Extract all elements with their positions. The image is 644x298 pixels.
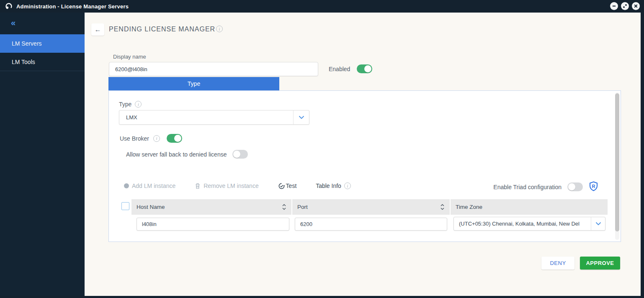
- type-field-label: Type: [119, 101, 131, 108]
- close-button[interactable]: [632, 2, 640, 10]
- use-broker-label: Use Broker: [120, 135, 149, 142]
- tab-bar: Type: [108, 77, 620, 90]
- window-title: Administration - License Manager Servers: [16, 3, 129, 10]
- main-content: ← PENDING LICENSE MANAGER i Display name…: [85, 13, 641, 296]
- sidebar-item-lm-servers[interactable]: LM Servers: [0, 34, 85, 53]
- use-broker-toggle[interactable]: [167, 134, 182, 143]
- panel-scrollbar: [615, 92, 619, 240]
- add-lm-instance-button[interactable]: Add LM instance: [124, 182, 175, 189]
- enabled-label: Enabled: [329, 66, 350, 72]
- time-zone-dropdown[interactable]: (UTC+05:30) Chennai, Kolkata, Mumbai, Ne…: [453, 217, 605, 231]
- sidebar-item-label: LM Tools: [12, 59, 35, 65]
- select-all-checkbox[interactable]: [121, 202, 129, 210]
- port-input[interactable]: [295, 218, 447, 231]
- triad-label: Enable Triad configuration: [493, 184, 562, 190]
- page-title: PENDING LICENSE MANAGER: [109, 26, 215, 33]
- maximize-button[interactable]: [621, 2, 629, 10]
- type-info-icon[interactable]: i: [135, 101, 142, 108]
- sort-icon[interactable]: [440, 203, 445, 211]
- time-zone-value: (UTC+05:30) Chennai, Kolkata, Mumbai, Ne…: [454, 221, 591, 227]
- chevron-down-icon: [293, 110, 309, 124]
- remove-lm-instance-label: Remove LM instance: [204, 182, 259, 189]
- type-dropdown[interactable]: LMX: [119, 110, 309, 125]
- titlebar: Administration - License Manager Servers: [0, 0, 644, 13]
- table-info-label: Table Info: [316, 182, 341, 189]
- shield-r-icon: R: [589, 181, 598, 191]
- table-info-button[interactable]: Table Info i: [316, 182, 351, 189]
- column-header-time-zone[interactable]: Time Zone: [451, 199, 608, 215]
- toggle-knob: [568, 183, 575, 190]
- enabled-toggle[interactable]: [357, 64, 372, 73]
- remove-lm-instance-button[interactable]: Remove LM instance: [195, 182, 259, 189]
- triad-toggle[interactable]: [567, 182, 583, 191]
- column-label: Time Zone: [456, 204, 482, 210]
- sidebar-item-lm-tools[interactable]: LM Tools: [0, 53, 85, 71]
- toggle-knob: [233, 151, 240, 158]
- display-name-input[interactable]: [109, 62, 318, 76]
- tab-type[interactable]: Type: [108, 77, 279, 90]
- test-button[interactable]: Test: [278, 182, 297, 190]
- scrollbar-thumb[interactable]: [615, 93, 619, 231]
- approve-button[interactable]: APPROVE: [580, 257, 620, 270]
- fallback-toggle[interactable]: [232, 150, 248, 159]
- svg-text:R: R: [592, 184, 595, 189]
- app-logo-icon: [5, 3, 13, 10]
- type-panel: Type i LMX Use Broker i Allow server fal…: [108, 90, 621, 242]
- reload-shield-button[interactable]: R: [589, 181, 598, 193]
- back-button[interactable]: ←: [91, 23, 104, 36]
- sort-icon[interactable]: [282, 203, 286, 211]
- page-title-info-icon[interactable]: i: [216, 26, 223, 32]
- instance-toolbar: Add LM instance Remove LM instance Test …: [124, 182, 611, 192]
- display-name-label: Display name: [113, 54, 146, 60]
- minimize-button[interactable]: [610, 2, 618, 10]
- test-icon: [278, 182, 285, 190]
- sidebar: « LM Servers LM Tools: [0, 13, 85, 296]
- column-label: Port: [297, 204, 308, 210]
- add-lm-instance-label: Add LM instance: [132, 182, 175, 189]
- sidebar-collapse-button[interactable]: «: [0, 13, 85, 27]
- chevron-down-icon: [591, 217, 605, 230]
- use-broker-info-icon[interactable]: i: [153, 135, 160, 142]
- add-instance-icon: [124, 183, 129, 188]
- column-header-host-name[interactable]: Host Name: [131, 199, 292, 215]
- column-label: Host Name: [137, 204, 165, 210]
- column-header-port[interactable]: Port: [292, 199, 451, 215]
- type-dropdown-value: LMX: [119, 114, 293, 121]
- trash-icon: [195, 182, 201, 189]
- fallback-label: Allow server fall back to denied license: [126, 151, 227, 158]
- test-label: Test: [286, 182, 297, 189]
- table-info-icon: i: [344, 182, 351, 189]
- toggle-knob: [174, 135, 181, 142]
- host-name-input[interactable]: [137, 218, 289, 231]
- sidebar-item-label: LM Servers: [12, 40, 42, 47]
- deny-button[interactable]: DENY: [541, 257, 574, 270]
- table-header: Host Name Port Time Zone: [131, 199, 608, 215]
- toggle-knob: [364, 65, 371, 72]
